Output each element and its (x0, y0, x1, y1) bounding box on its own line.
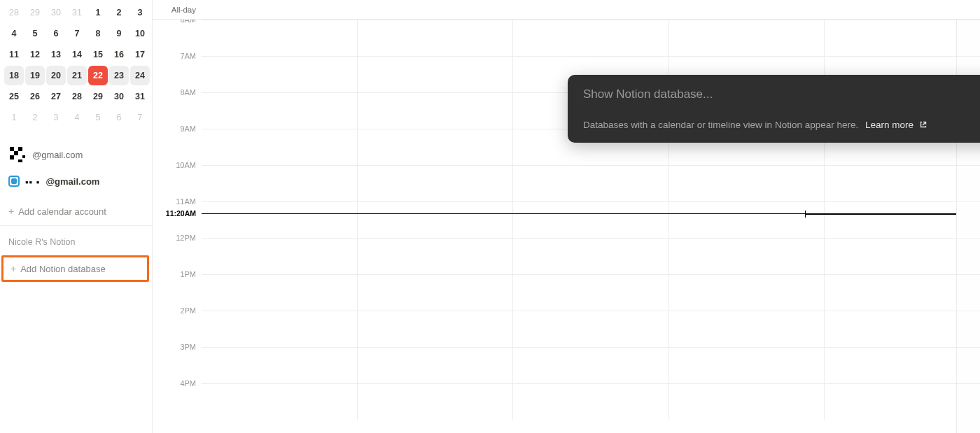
mini-calendar-day[interactable]: 24 (130, 66, 150, 85)
time-slot[interactable] (512, 166, 668, 201)
hour-label: 6AM (153, 20, 202, 52)
hour-label: 9AM (153, 125, 202, 161)
time-slot[interactable] (357, 239, 513, 274)
hour-row: 3PM (153, 347, 980, 383)
mini-calendar-day[interactable]: 11 (4, 45, 24, 64)
mini-calendar-day[interactable]: 30 (46, 3, 66, 22)
mini-calendar-day[interactable]: 25 (4, 87, 24, 106)
add-notion-database-button[interactable]: + Add Notion database (4, 257, 147, 280)
time-slot[interactable] (202, 275, 357, 311)
mini-calendar-day[interactable]: 31 (130, 87, 150, 106)
time-slot[interactable] (512, 348, 668, 383)
add-calendar-account-button[interactable]: + Add calendar account (0, 200, 152, 222)
learn-more-link[interactable]: Learn more (865, 120, 927, 130)
mini-calendar-day[interactable]: 5 (88, 108, 108, 127)
time-slot[interactable] (357, 384, 513, 420)
notion-database-search-input[interactable] (583, 87, 980, 101)
mini-calendar-day[interactable]: 6 (109, 108, 129, 127)
time-slot[interactable] (512, 20, 668, 56)
mini-calendar-day[interactable]: 28 (67, 87, 87, 106)
mini-calendar-day[interactable]: 1 (4, 108, 24, 127)
hour-label: 10AM (153, 161, 202, 197)
time-slot[interactable] (202, 311, 357, 347)
mini-calendar-day[interactable]: 1 (88, 3, 108, 22)
mini-calendar-day[interactable]: 30 (109, 87, 129, 106)
add-notion-database-label: Add Notion database (20, 264, 105, 274)
mini-calendar-day[interactable]: 12 (25, 45, 45, 64)
time-slot[interactable] (668, 348, 825, 383)
app-root: 2829303112345678910111213141516171819202… (0, 0, 980, 433)
mini-calendar-day[interactable]: 17 (130, 45, 150, 64)
mini-calendar-day[interactable]: 4 (4, 24, 24, 43)
time-slot[interactable] (512, 275, 668, 311)
time-slot[interactable] (357, 129, 513, 165)
mini-calendar-day[interactable]: 14 (67, 45, 87, 64)
mini-calendar-day[interactable]: 23 (109, 66, 129, 85)
time-slot[interactable] (202, 348, 357, 383)
mini-calendar-day[interactable]: 18 (4, 66, 24, 85)
time-slot[interactable] (202, 166, 357, 201)
hour-row: 12PM (153, 238, 980, 274)
mini-calendar-day[interactable]: 2 (109, 3, 129, 22)
mini-calendar-day[interactable]: 21 (67, 66, 87, 85)
mini-calendar-day[interactable]: 7 (67, 24, 87, 43)
time-slot[interactable] (512, 311, 668, 347)
time-slot[interactable] (202, 384, 357, 420)
current-time-indicator: 11:20AM (202, 213, 956, 214)
mini-calendar-day[interactable]: 4 (67, 108, 87, 127)
calendar-account-row[interactable]: ▪▪ ▪ @gmail.com (6, 168, 146, 194)
time-slot[interactable] (202, 239, 357, 274)
mini-calendar-day[interactable]: 29 (88, 87, 108, 106)
time-slot[interactable] (668, 275, 825, 311)
hour-label: 1PM (153, 270, 202, 306)
mini-calendar-day[interactable]: 7 (130, 108, 150, 127)
time-slot[interactable] (512, 202, 668, 238)
time-slot[interactable] (202, 202, 357, 238)
time-slot[interactable] (357, 311, 513, 347)
add-notion-database-highlight: + Add Notion database (1, 255, 149, 282)
time-slot[interactable] (668, 239, 825, 274)
mini-calendar-day[interactable]: 13 (46, 45, 66, 64)
mini-calendar-day[interactable]: 26 (25, 87, 45, 106)
time-slot[interactable] (202, 57, 357, 92)
time-slot[interactable] (357, 57, 513, 92)
time-slot[interactable] (668, 166, 825, 201)
mini-calendar-day[interactable]: 5 (25, 24, 45, 43)
time-slot[interactable] (357, 93, 513, 129)
time-slot[interactable] (357, 166, 513, 201)
time-slot[interactable] (357, 275, 513, 311)
mini-calendar-day[interactable]: 19 (25, 66, 45, 85)
time-slot[interactable] (202, 93, 357, 129)
mini-calendar-day[interactable]: 16 (109, 45, 129, 64)
mini-calendar-day[interactable]: 31 (67, 3, 87, 22)
time-slot[interactable] (357, 202, 513, 238)
time-slot[interactable] (357, 20, 513, 56)
time-slot[interactable] (357, 348, 513, 383)
mini-calendar-day[interactable]: 6 (46, 24, 66, 43)
hour-label: 12PM (153, 234, 202, 270)
time-slot[interactable] (668, 311, 825, 347)
mini-calendar-day[interactable]: 3 (46, 108, 66, 127)
checkbox-checked-icon[interactable] (8, 176, 20, 187)
mini-calendar-day[interactable]: 22 (88, 66, 108, 85)
time-slot[interactable] (668, 384, 825, 420)
notion-database-popover: Databases with a calendar or timeline vi… (568, 75, 980, 143)
time-slot[interactable] (668, 202, 825, 238)
time-slot[interactable] (512, 384, 668, 420)
mini-calendar-day[interactable]: 9 (109, 24, 129, 43)
time-slot[interactable] (202, 129, 357, 165)
mini-calendar-day[interactable]: 15 (88, 45, 108, 64)
mini-calendar-day[interactable]: 8 (88, 24, 108, 43)
time-slot[interactable] (512, 239, 668, 274)
mini-calendar-day[interactable]: 3 (130, 3, 150, 22)
time-slot[interactable] (202, 20, 357, 56)
mini-calendar-day[interactable]: 20 (46, 66, 66, 85)
calendar-account-row[interactable]: @gmail.com (6, 141, 146, 168)
mini-calendar-day[interactable]: 2 (25, 108, 45, 127)
mini-calendar-day[interactable]: 27 (46, 87, 66, 106)
account-email: @gmail.com (46, 176, 99, 187)
mini-calendar-day[interactable]: 28 (4, 3, 24, 22)
mini-calendar-day[interactable]: 29 (25, 3, 45, 22)
time-slot[interactable] (668, 20, 825, 56)
mini-calendar-day[interactable]: 10 (130, 24, 150, 43)
